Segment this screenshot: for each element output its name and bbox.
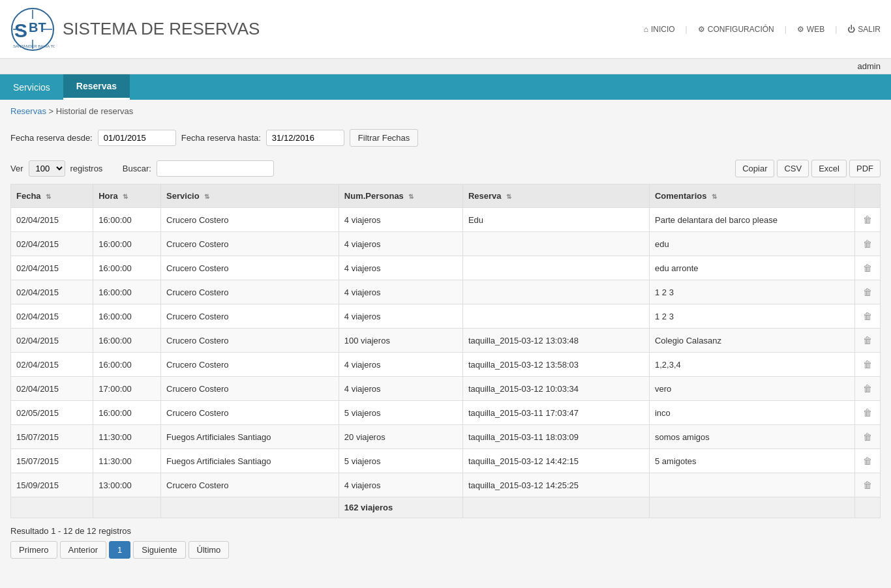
cell-servicio: Crucero Costero [161,353,339,377]
cell-comentarios: edu [649,232,854,256]
cell-delete: 🗑 [855,401,881,425]
ver-label: Ver [10,164,23,173]
page-button[interactable]: Siguiente [133,541,185,559]
filtrar-fechas-button[interactable]: Filtrar Fechas [350,129,418,147]
col-actions [855,184,881,208]
cell-fecha: 15/07/2015 [11,425,93,449]
table-row: 02/04/2015 16:00:00 Crucero Costero 100 … [11,329,881,353]
delete-button[interactable]: 🗑 [860,430,875,443]
cell-reserva [462,256,649,280]
cell-delete: 🗑 [855,232,881,256]
excel-button[interactable]: Excel [811,160,847,177]
show-records-select[interactable]: 100 25 50 [29,160,65,177]
cell-reserva [462,232,649,256]
delete-button[interactable]: 🗑 [860,334,875,347]
cell-comentarios: 1 2 3 [649,280,854,304]
filter-row: Fecha reserva desde: Fecha reserva hasta… [10,129,881,147]
hasta-input[interactable] [266,130,344,146]
pagination-area: Resultado 1 - 12 de 12 registros Primero… [10,526,881,559]
nav-servicios[interactable]: Servicios [0,74,63,100]
table-controls: Ver 100 25 50 registros Buscar: Copiar C… [10,160,881,177]
col-reserva[interactable]: Reserva ⇅ [462,184,649,208]
cell-hora: 16:00:00 [93,329,161,353]
desde-input[interactable] [98,130,176,146]
inicio-link[interactable]: ⌂ INICIO [644,25,675,34]
web-link[interactable]: ⚙ WEB [797,25,824,34]
admin-bar: admin [0,59,891,74]
total-reserva [462,497,649,518]
registros-label: registros [70,164,103,173]
cell-hora: 16:00:00 [93,208,161,232]
total-comentarios [649,497,854,518]
nav-reservas[interactable]: Reservas [63,74,130,100]
cell-hora: 11:30:00 [93,425,161,449]
copy-button[interactable]: Copiar [735,160,774,177]
delete-button[interactable]: 🗑 [860,213,875,226]
cell-delete: 🗑 [855,473,881,497]
cell-fecha: 02/04/2015 [11,232,93,256]
cell-fecha: 02/04/2015 [11,353,93,377]
delete-button[interactable]: 🗑 [860,358,875,371]
search-input[interactable] [157,160,274,177]
delete-button[interactable]: 🗑 [860,454,875,467]
cell-num-personas: 4 viajeros [339,280,462,304]
page-button[interactable]: Primero [10,541,57,559]
delete-button[interactable]: 🗑 [860,310,875,323]
cell-comentarios: 1 2 3 [649,304,854,329]
cell-hora: 13:00:00 [93,473,161,497]
cell-servicio: Crucero Costero [161,280,339,304]
table-controls-left: Ver 100 25 50 registros Buscar: [10,160,274,177]
table-row: 02/04/2015 16:00:00 Crucero Costero 4 vi… [11,280,881,304]
delete-button[interactable]: 🗑 [860,478,875,492]
col-servicio[interactable]: Servicio ⇅ [161,184,339,208]
cell-reserva: taquilla_2015-03-12 13:03:48 [462,329,649,353]
cell-servicio: Crucero Costero [161,256,339,280]
cell-num-personas: 4 viajeros [339,232,462,256]
page-button[interactable]: Último [189,541,230,559]
cell-hora: 16:00:00 [93,280,161,304]
page-button-active[interactable]: 1 [109,541,130,559]
cell-delete: 🗑 [855,256,881,280]
breadcrumb-separator: > [49,106,56,116]
salir-link[interactable]: ⏻ SALIR [847,25,881,34]
cell-comentarios: edu arronte [649,256,854,280]
power-icon: ⏻ [847,25,855,34]
table-row: 02/04/2015 17:00:00 Crucero Costero 4 vi… [11,377,881,401]
page-button[interactable]: Anterior [60,541,107,559]
delete-button[interactable]: 🗑 [860,261,875,274]
total-actions [855,497,881,518]
cell-fecha: 15/07/2015 [11,449,93,473]
col-fecha[interactable]: Fecha ⇅ [11,184,93,208]
csv-button[interactable]: CSV [777,160,809,177]
cell-servicio: Crucero Costero [161,329,339,353]
breadcrumb-root[interactable]: Reservas [10,106,46,116]
table-row: 02/04/2015 16:00:00 Crucero Costero 4 vi… [11,208,881,232]
table-total-row: 162 viajeros [11,497,881,518]
pdf-button[interactable]: PDF [849,160,881,177]
cell-fecha: 02/04/2015 [11,208,93,232]
delete-button[interactable]: 🗑 [860,406,875,419]
cell-hora: 16:00:00 [93,304,161,329]
top-right-nav: ⌂ INICIO | ⚙ CONFIGURACIÓN | ⚙ WEB | ⏻ S… [644,25,881,34]
cell-fecha: 02/04/2015 [11,256,93,280]
delete-button[interactable]: 🗑 [860,237,875,250]
cell-num-personas: 4 viajeros [339,353,462,377]
delete-button[interactable]: 🗑 [860,382,875,395]
cell-fecha: 02/04/2015 [11,280,93,304]
table-row: 02/04/2015 16:00:00 Crucero Costero 4 vi… [11,353,881,377]
cell-hora: 11:30:00 [93,449,161,473]
breadcrumb-current: Historial de reservas [56,106,134,116]
col-comentarios[interactable]: Comentarios ⇅ [649,184,854,208]
cell-hora: 16:00:00 [93,353,161,377]
table-row: 02/04/2015 16:00:00 Crucero Costero 4 vi… [11,232,881,256]
table-row: 15/09/2015 13:00:00 Crucero Costero 4 vi… [11,473,881,497]
cell-comentarios: Parte delantara del barco please [649,208,854,232]
delete-button[interactable]: 🗑 [860,286,875,299]
admin-username: admin [858,61,881,71]
home-icon: ⌂ [644,25,648,34]
col-hora[interactable]: Hora ⇅ [93,184,161,208]
configuracion-link[interactable]: ⚙ CONFIGURACIÓN [698,25,774,34]
col-num-personas[interactable]: Num.Personas ⇅ [339,184,462,208]
cell-reserva: Edu [462,208,649,232]
cell-num-personas: 20 viajeros [339,425,462,449]
